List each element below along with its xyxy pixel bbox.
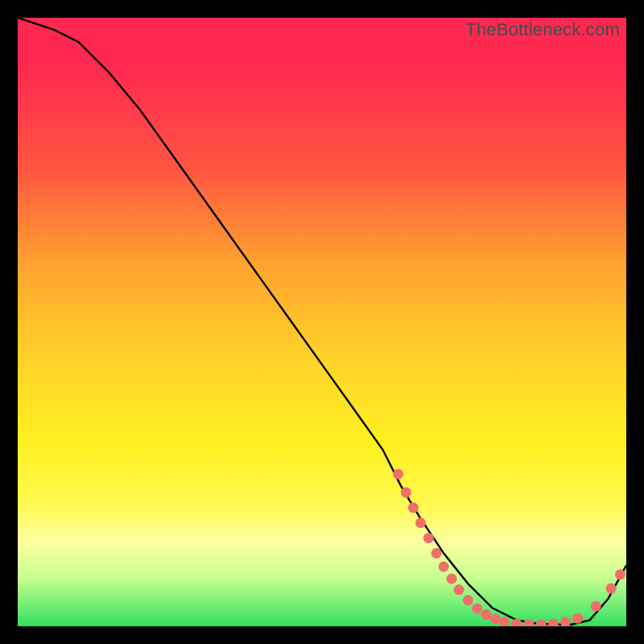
bottleneck-curve [18, 18, 626, 625]
data-marker [454, 584, 464, 595]
marker-group [393, 469, 625, 627]
data-marker [572, 613, 583, 624]
data-marker [606, 584, 617, 594]
data-marker [472, 604, 482, 614]
data-marker [511, 619, 522, 627]
data-marker [447, 574, 457, 584]
data-marker [536, 619, 547, 626]
data-marker [423, 533, 434, 543]
data-marker [560, 617, 571, 626]
data-marker [393, 469, 403, 480]
data-marker [415, 518, 426, 528]
chart-frame: TheBottleneck.com [0, 0, 644, 644]
data-marker [490, 613, 501, 624]
data-marker [408, 502, 419, 513]
data-marker [524, 619, 535, 626]
data-marker [439, 561, 449, 572]
curve-layer [18, 18, 626, 626]
data-marker [481, 609, 492, 620]
data-marker [401, 487, 411, 497]
plot-area: TheBottleneck.com [18, 18, 626, 626]
data-marker [615, 569, 625, 580]
data-marker [431, 548, 442, 559]
data-marker [463, 595, 473, 605]
data-marker [591, 601, 601, 612]
data-marker [499, 617, 510, 626]
data-marker [548, 619, 559, 627]
